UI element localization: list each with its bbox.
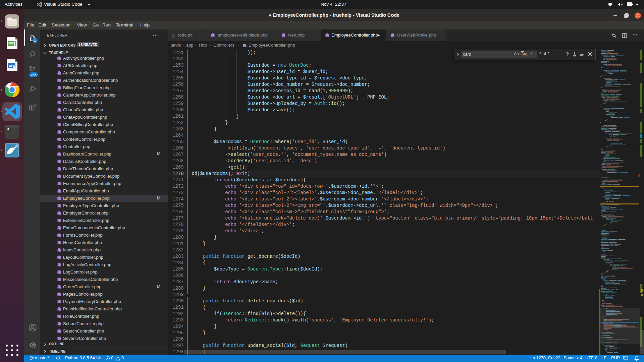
svg-text:>_: >_ [7,127,12,132]
